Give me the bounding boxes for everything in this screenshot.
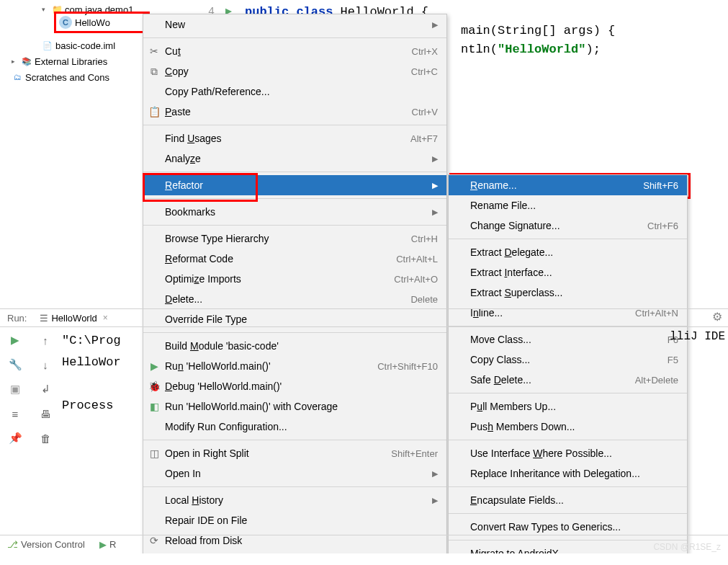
tree-file-highlight[interactable]: C HelloWo	[54, 12, 150, 33]
console-line-1[interactable]: "C:\Prog	[62, 330, 728, 352]
menu-item-convert-raw[interactable]: Convert Raw Types to Generics...	[449, 517, 687, 537]
menu-item-replace-inheritance[interactable]: Replace Inheritance with Delegation...	[449, 463, 687, 484]
menu-item-rename-file[interactable]: Rename File...	[449, 195, 687, 215]
menu-separator	[449, 440, 687, 440]
print-icon[interactable]: 🖶	[38, 406, 53, 421]
menu-separator	[143, 172, 446, 172]
tree-ext-libs-label: External Libraries	[35, 56, 107, 67]
status-bar	[0, 553, 728, 565]
chevron-right-icon: ▸	[12, 58, 19, 65]
run-icon: ▶	[99, 539, 107, 550]
tree-ext-libs-row[interactable]: ▸ 📚 External Libraries	[0, 53, 151, 69]
menu-item-copy-path[interactable]: Copy Path/Reference...	[143, 81, 446, 102]
pin-icon[interactable]: 📌	[8, 431, 22, 445]
menu-item-find-usages[interactable]: Find UsagesAlt+F7	[143, 128, 446, 148]
tree-file-label: HelloWo	[75, 17, 110, 28]
menu-item-extract-interface[interactable]: Extract Interface...	[449, 262, 687, 282]
menu-item-local-history[interactable]: Local History▶	[143, 490, 446, 510]
menu-item-bookmarks[interactable]: Bookmarks▶	[143, 202, 446, 222]
menu-item-copy[interactable]: ⧉CopyCtrl+C	[143, 61, 446, 81]
submenu-arrow-icon: ▶	[432, 469, 438, 479]
menu-separator	[143, 125, 446, 125]
rerun-icon[interactable]: ▶	[8, 333, 22, 347]
tree-scratches-row[interactable]: 🗂 Scratches and Cons	[0, 69, 151, 85]
menu-item-delete[interactable]: Delete...Delete	[143, 289, 446, 309]
submenu-arrow-icon: ▶	[432, 208, 438, 217]
menu-item-open-split[interactable]: ◫Open in Right SplitShift+Enter	[143, 443, 446, 463]
menu-item-extract-delegate[interactable]: Extract Delegate...	[449, 242, 687, 262]
code-string: "HelloWorld"	[498, 43, 585, 56]
run-tab-icon: ☰	[40, 313, 48, 324]
scissors-icon: ✂	[148, 45, 161, 57]
menu-item-refactor[interactable]: Refactor▶	[143, 175, 446, 195]
console-line-3[interactable]: Process	[62, 395, 728, 417]
run-tool-header: Run: ☰ HelloWorld ×	[0, 308, 728, 327]
menu-separator	[143, 225, 446, 226]
menu-item-push-down[interactable]: Push Members Down...	[449, 417, 687, 437]
run-tab-label: HelloWorld	[51, 313, 96, 324]
library-icon: 📚	[21, 55, 32, 67]
run-label: Run:	[0, 313, 34, 324]
context-menu: New▶ ✂CutCtrl+X ⧉CopyCtrl+C Copy Path/Re…	[143, 14, 447, 565]
menu-item-change-sig[interactable]: Change Signature...Ctrl+F6	[449, 215, 687, 236]
down-icon[interactable]: ↓	[38, 357, 53, 372]
run-tab[interactable]: ☰ HelloWorld ×	[34, 309, 113, 326]
menu-separator	[143, 440, 446, 440]
menu-item-extract-superclass[interactable]: Extract Superclass...	[449, 282, 687, 303]
menu-separator	[143, 486, 446, 487]
up-icon[interactable]: ↑	[38, 333, 53, 347]
console-right-text: lliJ IDE	[670, 330, 725, 343]
menu-item-rename[interactable]: Rename...Shift+F6	[449, 175, 687, 195]
submenu-arrow-icon: ▶	[432, 181, 438, 190]
menu-item-analyze[interactable]: Analyze▶	[143, 148, 446, 169]
menu-separator	[449, 486, 687, 487]
tree-iml-row[interactable]: 📄 basic-code.iml	[0, 37, 151, 53]
menu-item-browse-hierarchy[interactable]: Browse Type HierarchyCtrl+H	[143, 228, 446, 249]
tab-run[interactable]: ▶ R	[92, 535, 123, 553]
tree-scratches-label: Scratches and Cons	[25, 72, 109, 83]
submenu-arrow-icon: ▶	[432, 154, 438, 164]
menu-item-reformat[interactable]: Reformat CodeCtrl+Alt+L	[143, 249, 446, 269]
file-icon: 📄	[42, 40, 53, 51]
trash-icon[interactable]: 🗑	[38, 431, 53, 445]
menu-item-optimize-imports[interactable]: Optimize ImportsCtrl+Alt+O	[143, 269, 446, 289]
menu-separator	[143, 198, 446, 199]
submenu-arrow-icon: ▶	[432, 496, 438, 505]
code-text: main(String[] args) {	[461, 24, 615, 37]
gear-icon[interactable]: ⚙	[712, 310, 722, 324]
menu-item-open-in[interactable]: Open In▶	[143, 463, 446, 484]
class-icon: C	[59, 16, 72, 29]
submenu-arrow-icon: ▶	[432, 20, 438, 30]
tree-iml-label: basic-code.iml	[55, 40, 115, 51]
menu-item-modify-run[interactable]: Modify Run Configuration...	[143, 417, 446, 437]
split-icon: ◫	[148, 448, 161, 459]
menu-item-use-interface[interactable]: Use Interface Where Possible...	[449, 443, 687, 463]
menu-separator	[143, 37, 446, 38]
menu-item-repair-ide[interactable]: Repair IDE on File	[143, 510, 446, 530]
menu-separator	[449, 239, 687, 239]
tab-version-control[interactable]: ⎇ Version Control	[0, 535, 92, 553]
layout-icon[interactable]: ≡	[8, 406, 22, 421]
copy-icon: ⧉	[148, 66, 161, 78]
menu-separator	[449, 513, 687, 514]
stop-icon[interactable]: ▣	[8, 382, 22, 396]
code-text: ntln(	[461, 43, 498, 56]
menu-item-new[interactable]: New▶	[143, 14, 446, 35]
tab-label: Version Control	[21, 539, 85, 550]
code-text: );	[585, 43, 600, 56]
console-line-2[interactable]: HelloWor	[62, 352, 728, 373]
menu-item-encapsulate[interactable]: Encapsulate Fields...	[449, 490, 687, 510]
soft-wrap-icon[interactable]: ↲	[38, 382, 53, 396]
branch-icon: ⎇	[7, 539, 18, 550]
paste-icon: 📋	[148, 106, 161, 117]
scratches-icon: 🗂	[12, 71, 23, 83]
chevron-down-icon: ▾	[42, 6, 49, 13]
menu-item-paste[interactable]: 📋PasteCtrl+V	[143, 102, 446, 122]
wrench-icon[interactable]: 🔧	[8, 357, 22, 372]
menu-item-cut[interactable]: ✂CutCtrl+X	[143, 41, 446, 61]
tab-label: R	[109, 539, 116, 550]
close-icon[interactable]: ×	[103, 313, 108, 323]
